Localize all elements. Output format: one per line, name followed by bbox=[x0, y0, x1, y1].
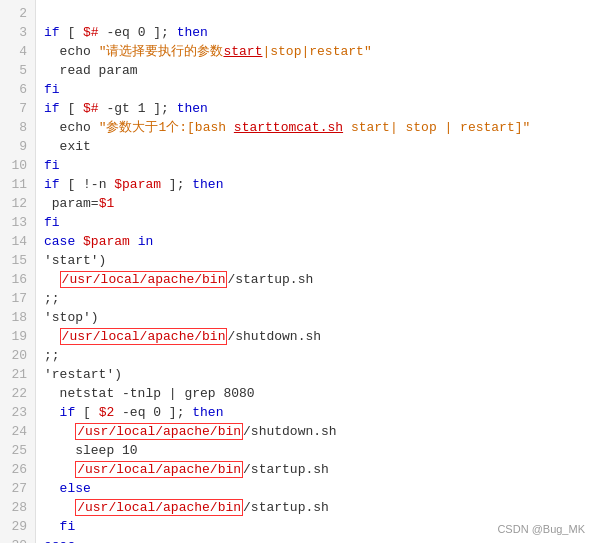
watermark: CSDN @Bug_MK bbox=[497, 523, 585, 535]
line-17: ;; bbox=[44, 289, 583, 308]
line-28: /usr/local/apache/bin/startup.sh bbox=[44, 498, 583, 517]
line-7: if [ $# -gt 1 ]; then bbox=[44, 99, 583, 118]
line-22: netstat -tnlp | grep 8080 bbox=[44, 384, 583, 403]
code-area: 2 3 4 5 6 7 8 9 10 11 12 13 14 15 16 17 … bbox=[0, 0, 595, 543]
line-2 bbox=[44, 4, 583, 23]
line-20: ;; bbox=[44, 346, 583, 365]
line-27: else bbox=[44, 479, 583, 498]
line-11: if [ !-n $param ]; then bbox=[44, 175, 583, 194]
line-3: if [ $# -eq 0 ]; then bbox=[44, 23, 583, 42]
line-12: param=$1 bbox=[44, 194, 583, 213]
line-10: fi bbox=[44, 156, 583, 175]
line-18: 'stop') bbox=[44, 308, 583, 327]
line-4: echo "请选择要执行的参数start|stop|restart" bbox=[44, 42, 583, 61]
line-15: 'start') bbox=[44, 251, 583, 270]
line-24: /usr/local/apache/bin/shutdown.sh bbox=[44, 422, 583, 441]
line-9: exit bbox=[44, 137, 583, 156]
line-13: fi bbox=[44, 213, 583, 232]
line-25: sleep 10 bbox=[44, 441, 583, 460]
line-numbers: 2 3 4 5 6 7 8 9 10 11 12 13 14 15 16 17 … bbox=[0, 0, 36, 543]
line-19: /usr/local/apache/bin/shutdown.sh bbox=[44, 327, 583, 346]
line-14: case $param in bbox=[44, 232, 583, 251]
code-editor: 2 3 4 5 6 7 8 9 10 11 12 13 14 15 16 17 … bbox=[0, 0, 595, 543]
line-26: /usr/local/apache/bin/startup.sh bbox=[44, 460, 583, 479]
line-8: echo "参数大于1个:[bash starttomcat.sh start|… bbox=[44, 118, 583, 137]
code-content: if [ $# -eq 0 ]; then echo "请选择要执行的参数sta… bbox=[36, 0, 595, 543]
line-21: 'restart') bbox=[44, 365, 583, 384]
line-16: /usr/local/apache/bin/startup.sh bbox=[44, 270, 583, 289]
line-5: read param bbox=[44, 61, 583, 80]
line-6: fi bbox=[44, 80, 583, 99]
line-23: if [ $2 -eq 0 ]; then bbox=[44, 403, 583, 422]
line-30: esac bbox=[44, 536, 583, 543]
